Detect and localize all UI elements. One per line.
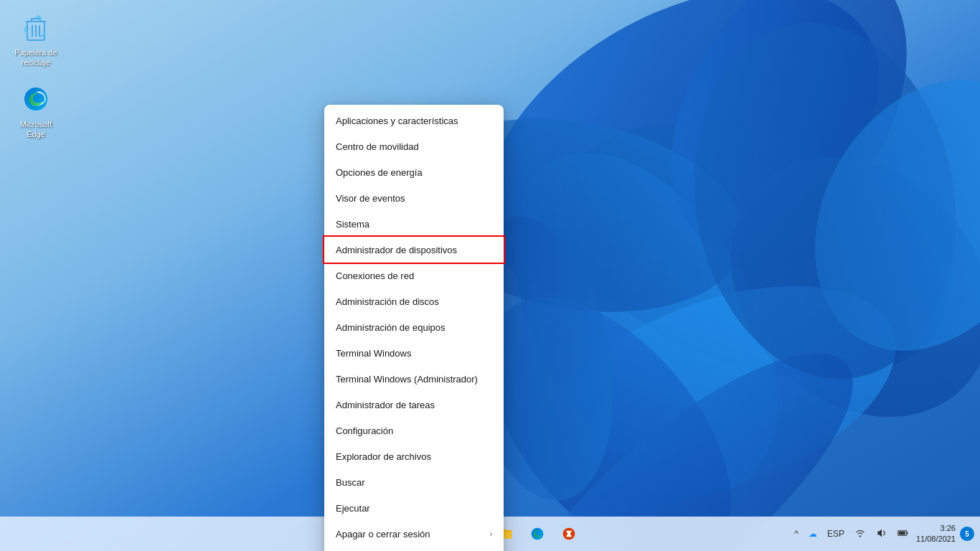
svg-point-7 bbox=[510, 243, 925, 546]
menu-label-settings: Configuración bbox=[336, 425, 393, 436]
menu-item-task-manager[interactable]: Administrador de tareas bbox=[324, 392, 504, 418]
menu-label-mobility: Centro de movilidad bbox=[336, 141, 419, 152]
menu-item-events[interactable]: Visor de eventos bbox=[324, 185, 504, 211]
menu-item-settings[interactable]: Configuración bbox=[324, 418, 504, 443]
clock-time: 3:26 bbox=[916, 523, 956, 534]
svg-point-9 bbox=[666, 2, 980, 400]
language-indicator[interactable]: ESP bbox=[824, 527, 847, 540]
menu-label-explorer: Explorador de archivos bbox=[336, 451, 431, 462]
edge-label: Microsoft Edge bbox=[10, 119, 62, 140]
svg-point-2 bbox=[525, 75, 980, 428]
recycle-bin-icon[interactable]: Papelera de reciclaje bbox=[7, 7, 65, 71]
svg-point-4 bbox=[623, 0, 955, 295]
menu-label-disk-mgmt: Administración de discos bbox=[336, 296, 439, 307]
menu-label-apps: Aplicaciones y características bbox=[336, 116, 458, 126]
svg-point-11 bbox=[768, 37, 980, 393]
menu-label-run: Ejecutar bbox=[336, 503, 370, 514]
recycle-bin-label: Papelera de reciclaje bbox=[10, 47, 62, 68]
menu-label-system: Sistema bbox=[336, 219, 369, 230]
battery-icon[interactable] bbox=[895, 526, 912, 542]
menu-item-network[interactable]: Conexiones de red bbox=[324, 263, 504, 288]
submenu-arrow-shutdown: › bbox=[490, 530, 492, 538]
edge-taskbar-button[interactable] bbox=[523, 519, 552, 548]
svg-rect-26 bbox=[907, 532, 908, 533]
svg-point-6 bbox=[678, 104, 980, 469]
menu-item-system[interactable]: Sistema bbox=[324, 211, 504, 237]
menu-item-shutdown[interactable]: Apagar o cerrar sesión› bbox=[324, 521, 504, 547]
taskbar-right: ^ ☁ ESP bbox=[791, 523, 980, 545]
volume-icon[interactable] bbox=[873, 526, 890, 542]
menu-label-search: Buscar bbox=[336, 477, 364, 488]
menu-item-computer-mgmt[interactable]: Administración de equipos bbox=[324, 314, 504, 340]
menu-item-search[interactable]: Buscar bbox=[324, 469, 504, 495]
svg-rect-27 bbox=[899, 532, 905, 534]
menu-label-computer-mgmt: Administración de equipos bbox=[336, 322, 445, 333]
notification-badge[interactable]: 5 bbox=[960, 527, 974, 541]
menu-label-network: Conexiones de red bbox=[336, 270, 414, 281]
menu-label-task-manager: Administrador de tareas bbox=[336, 400, 435, 410]
cloud-icon[interactable]: ☁ bbox=[806, 527, 820, 540]
menu-item-disk-mgmt[interactable]: Administración de discos bbox=[324, 288, 504, 314]
menu-item-terminal-admin[interactable]: Terminal Windows (Administrador) bbox=[324, 366, 504, 392]
wifi-icon[interactable] bbox=[852, 526, 869, 542]
office-button[interactable] bbox=[555, 519, 583, 548]
menu-item-mobility[interactable]: Centro de movilidad bbox=[324, 133, 504, 159]
menu-item-desktop-item[interactable]: Escritorio bbox=[324, 547, 504, 551]
svg-point-12 bbox=[471, 309, 892, 551]
menu-label-shutdown: Apagar o cerrar sesión bbox=[336, 529, 430, 540]
menu-item-run[interactable]: Ejecutar bbox=[324, 495, 504, 521]
svg-point-1 bbox=[430, 0, 933, 363]
svg-point-3 bbox=[459, 108, 832, 538]
menu-label-device-manager: Administrador de dispositivos bbox=[336, 245, 457, 255]
menu-item-terminal[interactable]: Terminal Windows bbox=[324, 340, 504, 366]
desktop: Papelera de reciclaje Mi bbox=[0, 0, 980, 551]
menu-label-terminal-admin: Terminal Windows (Administrador) bbox=[336, 374, 478, 385]
recycle-bin-image bbox=[19, 10, 53, 44]
chevron-icon[interactable]: ^ bbox=[791, 527, 801, 540]
context-menu: Aplicaciones y característicasCentro de … bbox=[324, 105, 504, 551]
clock-date: 11/08/2021 bbox=[916, 534, 956, 545]
menu-label-events: Visor de eventos bbox=[336, 193, 405, 204]
menu-item-power[interactable]: Opciones de energía bbox=[324, 159, 504, 185]
menu-label-terminal: Terminal Windows bbox=[336, 348, 411, 359]
menu-item-apps[interactable]: Aplicaciones y características bbox=[324, 108, 504, 133]
system-clock[interactable]: 3:26 11/08/2021 bbox=[916, 523, 956, 545]
menu-item-device-manager[interactable]: Administrador de dispositivos bbox=[324, 237, 504, 263]
menu-label-power: Opciones de energía bbox=[336, 167, 423, 178]
menu-item-explorer[interactable]: Explorador de archivos bbox=[324, 443, 504, 469]
edge-image bbox=[19, 82, 53, 116]
edge-icon[interactable]: Microsoft Edge bbox=[7, 79, 65, 143]
